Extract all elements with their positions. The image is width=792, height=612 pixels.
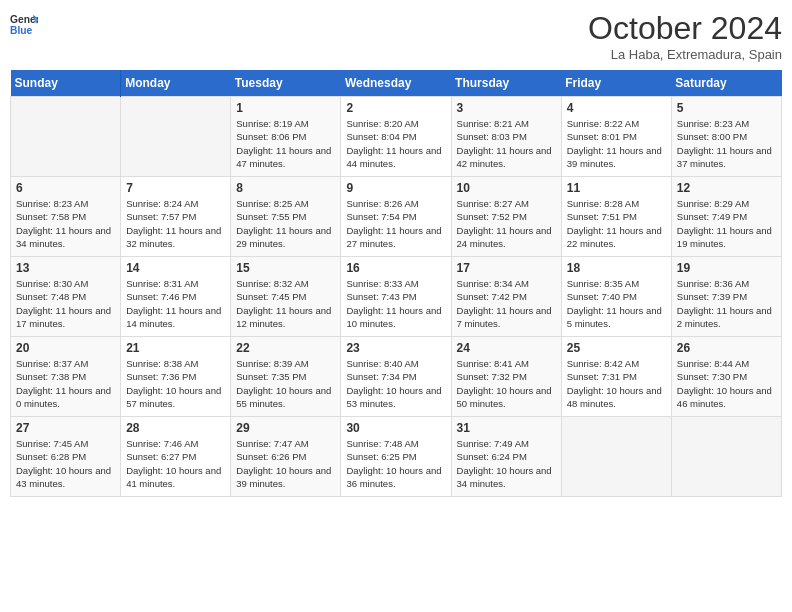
day-number: 15	[236, 261, 335, 275]
day-number: 14	[126, 261, 225, 275]
day-cell: 8Sunrise: 8:25 AM Sunset: 7:55 PM Daylig…	[231, 177, 341, 257]
day-cell: 18Sunrise: 8:35 AM Sunset: 7:40 PM Dayli…	[561, 257, 671, 337]
week-row-2: 13Sunrise: 8:30 AM Sunset: 7:48 PM Dayli…	[11, 257, 782, 337]
day-cell	[561, 417, 671, 497]
day-cell: 21Sunrise: 8:38 AM Sunset: 7:36 PM Dayli…	[121, 337, 231, 417]
day-cell	[671, 417, 781, 497]
day-cell: 23Sunrise: 8:40 AM Sunset: 7:34 PM Dayli…	[341, 337, 451, 417]
day-number: 29	[236, 421, 335, 435]
day-number: 4	[567, 101, 666, 115]
day-cell: 10Sunrise: 8:27 AM Sunset: 7:52 PM Dayli…	[451, 177, 561, 257]
day-info: Sunrise: 8:29 AM Sunset: 7:49 PM Dayligh…	[677, 197, 776, 250]
week-row-1: 6Sunrise: 8:23 AM Sunset: 7:58 PM Daylig…	[11, 177, 782, 257]
day-info: Sunrise: 7:47 AM Sunset: 6:26 PM Dayligh…	[236, 437, 335, 490]
day-number: 17	[457, 261, 556, 275]
day-info: Sunrise: 8:44 AM Sunset: 7:30 PM Dayligh…	[677, 357, 776, 410]
day-number: 13	[16, 261, 115, 275]
day-number: 30	[346, 421, 445, 435]
day-cell: 29Sunrise: 7:47 AM Sunset: 6:26 PM Dayli…	[231, 417, 341, 497]
day-info: Sunrise: 8:32 AM Sunset: 7:45 PM Dayligh…	[236, 277, 335, 330]
day-cell: 15Sunrise: 8:32 AM Sunset: 7:45 PM Dayli…	[231, 257, 341, 337]
day-number: 12	[677, 181, 776, 195]
day-cell: 1Sunrise: 8:19 AM Sunset: 8:06 PM Daylig…	[231, 97, 341, 177]
day-info: Sunrise: 8:35 AM Sunset: 7:40 PM Dayligh…	[567, 277, 666, 330]
day-cell: 4Sunrise: 8:22 AM Sunset: 8:01 PM Daylig…	[561, 97, 671, 177]
header-row: Sunday Monday Tuesday Wednesday Thursday…	[11, 70, 782, 97]
day-cell: 2Sunrise: 8:20 AM Sunset: 8:04 PM Daylig…	[341, 97, 451, 177]
day-info: Sunrise: 8:22 AM Sunset: 8:01 PM Dayligh…	[567, 117, 666, 170]
day-number: 22	[236, 341, 335, 355]
day-cell: 25Sunrise: 8:42 AM Sunset: 7:31 PM Dayli…	[561, 337, 671, 417]
week-row-0: 1Sunrise: 8:19 AM Sunset: 8:06 PM Daylig…	[11, 97, 782, 177]
title-block: October 2024 La Haba, Extremadura, Spain	[588, 10, 782, 62]
day-number: 28	[126, 421, 225, 435]
page-header: General Blue October 2024 La Haba, Extre…	[10, 10, 782, 62]
day-cell: 13Sunrise: 8:30 AM Sunset: 7:48 PM Dayli…	[11, 257, 121, 337]
day-cell: 16Sunrise: 8:33 AM Sunset: 7:43 PM Dayli…	[341, 257, 451, 337]
day-cell: 24Sunrise: 8:41 AM Sunset: 7:32 PM Dayli…	[451, 337, 561, 417]
month-title: October 2024	[588, 10, 782, 47]
day-info: Sunrise: 8:42 AM Sunset: 7:31 PM Dayligh…	[567, 357, 666, 410]
col-thursday: Thursday	[451, 70, 561, 97]
day-number: 27	[16, 421, 115, 435]
day-info: Sunrise: 8:20 AM Sunset: 8:04 PM Dayligh…	[346, 117, 445, 170]
day-info: Sunrise: 8:38 AM Sunset: 7:36 PM Dayligh…	[126, 357, 225, 410]
day-info: Sunrise: 8:39 AM Sunset: 7:35 PM Dayligh…	[236, 357, 335, 410]
day-number: 24	[457, 341, 556, 355]
day-number: 2	[346, 101, 445, 115]
col-saturday: Saturday	[671, 70, 781, 97]
day-info: Sunrise: 8:30 AM Sunset: 7:48 PM Dayligh…	[16, 277, 115, 330]
day-number: 10	[457, 181, 556, 195]
day-number: 1	[236, 101, 335, 115]
day-cell: 31Sunrise: 7:49 AM Sunset: 6:24 PM Dayli…	[451, 417, 561, 497]
day-info: Sunrise: 8:21 AM Sunset: 8:03 PM Dayligh…	[457, 117, 556, 170]
day-number: 5	[677, 101, 776, 115]
day-info: Sunrise: 8:36 AM Sunset: 7:39 PM Dayligh…	[677, 277, 776, 330]
day-cell: 30Sunrise: 7:48 AM Sunset: 6:25 PM Dayli…	[341, 417, 451, 497]
day-cell: 14Sunrise: 8:31 AM Sunset: 7:46 PM Dayli…	[121, 257, 231, 337]
col-friday: Friday	[561, 70, 671, 97]
day-info: Sunrise: 8:27 AM Sunset: 7:52 PM Dayligh…	[457, 197, 556, 250]
day-number: 26	[677, 341, 776, 355]
day-info: Sunrise: 8:19 AM Sunset: 8:06 PM Dayligh…	[236, 117, 335, 170]
day-info: Sunrise: 8:25 AM Sunset: 7:55 PM Dayligh…	[236, 197, 335, 250]
day-info: Sunrise: 8:34 AM Sunset: 7:42 PM Dayligh…	[457, 277, 556, 330]
col-wednesday: Wednesday	[341, 70, 451, 97]
day-cell: 9Sunrise: 8:26 AM Sunset: 7:54 PM Daylig…	[341, 177, 451, 257]
day-cell: 11Sunrise: 8:28 AM Sunset: 7:51 PM Dayli…	[561, 177, 671, 257]
week-row-4: 27Sunrise: 7:45 AM Sunset: 6:28 PM Dayli…	[11, 417, 782, 497]
day-info: Sunrise: 8:23 AM Sunset: 8:00 PM Dayligh…	[677, 117, 776, 170]
day-info: Sunrise: 8:26 AM Sunset: 7:54 PM Dayligh…	[346, 197, 445, 250]
day-info: Sunrise: 8:33 AM Sunset: 7:43 PM Dayligh…	[346, 277, 445, 330]
day-info: Sunrise: 7:45 AM Sunset: 6:28 PM Dayligh…	[16, 437, 115, 490]
day-cell: 17Sunrise: 8:34 AM Sunset: 7:42 PM Dayli…	[451, 257, 561, 337]
day-cell: 5Sunrise: 8:23 AM Sunset: 8:00 PM Daylig…	[671, 97, 781, 177]
day-cell: 28Sunrise: 7:46 AM Sunset: 6:27 PM Dayli…	[121, 417, 231, 497]
location-subtitle: La Haba, Extremadura, Spain	[588, 47, 782, 62]
day-cell	[11, 97, 121, 177]
day-cell: 26Sunrise: 8:44 AM Sunset: 7:30 PM Dayli…	[671, 337, 781, 417]
day-cell	[121, 97, 231, 177]
day-info: Sunrise: 8:40 AM Sunset: 7:34 PM Dayligh…	[346, 357, 445, 410]
day-info: Sunrise: 8:31 AM Sunset: 7:46 PM Dayligh…	[126, 277, 225, 330]
day-number: 3	[457, 101, 556, 115]
day-cell: 6Sunrise: 8:23 AM Sunset: 7:58 PM Daylig…	[11, 177, 121, 257]
day-cell: 19Sunrise: 8:36 AM Sunset: 7:39 PM Dayli…	[671, 257, 781, 337]
day-number: 19	[677, 261, 776, 275]
logo-icon: General Blue	[10, 10, 38, 38]
day-number: 7	[126, 181, 225, 195]
week-row-3: 20Sunrise: 8:37 AM Sunset: 7:38 PM Dayli…	[11, 337, 782, 417]
calendar-table: Sunday Monday Tuesday Wednesday Thursday…	[10, 70, 782, 497]
day-info: Sunrise: 7:49 AM Sunset: 6:24 PM Dayligh…	[457, 437, 556, 490]
day-number: 16	[346, 261, 445, 275]
col-monday: Monday	[121, 70, 231, 97]
day-number: 18	[567, 261, 666, 275]
day-cell: 20Sunrise: 8:37 AM Sunset: 7:38 PM Dayli…	[11, 337, 121, 417]
day-info: Sunrise: 7:48 AM Sunset: 6:25 PM Dayligh…	[346, 437, 445, 490]
day-cell: 7Sunrise: 8:24 AM Sunset: 7:57 PM Daylig…	[121, 177, 231, 257]
day-number: 6	[16, 181, 115, 195]
day-info: Sunrise: 8:37 AM Sunset: 7:38 PM Dayligh…	[16, 357, 115, 410]
day-cell: 22Sunrise: 8:39 AM Sunset: 7:35 PM Dayli…	[231, 337, 341, 417]
logo: General Blue	[10, 10, 38, 38]
day-number: 11	[567, 181, 666, 195]
